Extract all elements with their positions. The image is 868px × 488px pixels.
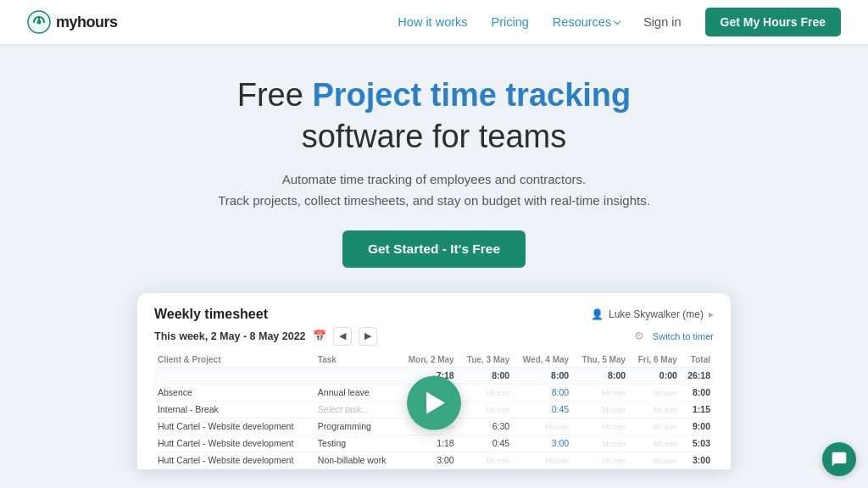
cell-client_project: Internal - Break: [154, 401, 314, 418]
col-task: Task: [314, 352, 398, 368]
logo-text: myhours: [56, 14, 118, 31]
col-thu: Thu, 5 May: [572, 352, 629, 368]
hero-title: Free Project time tracking: [17, 76, 851, 115]
logo-icon: [27, 10, 51, 34]
col-fri: Fri, 6 May: [629, 352, 681, 368]
cell-fri: hh:mm: [629, 384, 681, 401]
timesheet-user: 👤 Luke Skywalker (me) ▸: [591, 308, 714, 320]
cell-client_project: Hutt Cartel - Website development: [154, 418, 314, 435]
cell-client_project: Absence: [154, 384, 314, 401]
nav-resources-label: Resources: [553, 15, 611, 29]
user-chevron-icon: ▸: [709, 308, 714, 320]
nav-pricing[interactable]: Pricing: [492, 15, 529, 29]
col-mon: Mon, 2 May: [398, 352, 457, 368]
user-icon: 👤: [591, 308, 604, 320]
total-wed: 8:00: [513, 367, 572, 384]
calendar-icon[interactable]: 📅: [313, 330, 326, 342]
cell-tue: hh:mm: [458, 401, 514, 418]
timesheet-title: Weekly timesheet: [154, 307, 268, 322]
chevron-down-icon: [614, 18, 620, 25]
hero-title-colored: Project time tracking: [312, 77, 631, 113]
switch-to-timer-button[interactable]: Switch to timer: [653, 331, 714, 341]
chat-icon: [831, 451, 848, 468]
cell-fri: hh:mm: [629, 401, 681, 418]
timesheet-week-label: This week, 2 May - 8 May 2022: [154, 330, 306, 342]
cell-wed: hh:mm: [513, 418, 572, 435]
chat-bubble-button[interactable]: [822, 442, 856, 476]
nav-how-it-works[interactable]: How it works: [398, 15, 467, 29]
cell-wed: 3:00: [513, 435, 572, 452]
nav-signin[interactable]: Sign in: [643, 15, 681, 29]
prev-week-button[interactable]: ◀: [333, 327, 352, 346]
cell-fri: hh:mm: [629, 418, 681, 435]
cell-tue: 0:45: [458, 435, 514, 452]
col-total: Total: [681, 352, 714, 368]
hero-desc-line2: Track projects, collect timesheets, and …: [218, 193, 650, 208]
col-wed: Wed, 4 May: [513, 352, 572, 368]
nav-resources[interactable]: Resources: [553, 15, 620, 29]
cell-tue: hh:mm: [458, 452, 514, 469]
cell-tue: 6:30: [458, 418, 514, 435]
cell-wed: hh:mm: [513, 452, 572, 469]
cell-task: Annual leave: [314, 384, 398, 401]
navbar-nav: How it works Pricing Resources Sign in G…: [398, 8, 841, 36]
cell-mon: 3:00: [398, 452, 457, 469]
logo-link[interactable]: myhours: [27, 10, 118, 34]
play-button[interactable]: [407, 375, 461, 430]
total-fri: 0:00: [629, 367, 681, 384]
cell-fri: hh:mm: [629, 435, 681, 452]
cell-total: 5:03: [681, 435, 714, 452]
cell-thu: hh:mm: [572, 418, 629, 435]
cell-tue: hh:mm: [458, 384, 514, 401]
cell-thu: hh:mm: [572, 401, 629, 418]
play-triangle-icon: [426, 391, 445, 413]
cell-client_project: Hutt Cartel - Website development: [154, 452, 314, 469]
col-client-project: Client & Project: [154, 352, 314, 368]
timesheet-header: Weekly timesheet 👤 Luke Skywalker (me) ▸: [154, 307, 714, 322]
timesheet-user-label: Luke Skywalker (me): [609, 308, 704, 320]
gear-icon[interactable]: ⚙: [634, 330, 644, 342]
table-row: Hutt Cartel - Website developmentTesting…: [154, 435, 714, 452]
navbar-cta-button[interactable]: Get My Hours Free: [705, 8, 841, 36]
col-tue: Tue, 3 May: [458, 352, 514, 368]
total-thu: 8:00: [572, 367, 629, 384]
cell-total: 9:00: [681, 418, 714, 435]
hero-subtitle: software for teams: [17, 119, 851, 155]
cell-task: Testing: [314, 435, 398, 452]
cell-task: Non-billable work: [314, 452, 398, 469]
next-week-button[interactable]: ▶: [359, 327, 377, 346]
hero-desc: Automate time tracking of employees and …: [17, 169, 851, 212]
cell-wed: 0:45: [513, 401, 572, 418]
cell-total: 3:00: [681, 452, 714, 469]
cell-fri: hh:mm: [629, 452, 681, 469]
total-total: 26:18: [681, 367, 714, 384]
table-row: Hutt Cartel - Website developmentNon-bil…: [154, 452, 714, 469]
cell-mon: 1:18: [398, 435, 457, 452]
cell-total: 1:15: [681, 401, 714, 418]
hero-section: Free Project time tracking software for …: [0, 44, 868, 469]
cell-client_project: Hutt Cartel - Website development: [154, 435, 314, 452]
hero-title-plain: Free: [237, 77, 313, 113]
navbar: myhours How it works Pricing Resources S…: [0, 0, 868, 44]
cell-thu: hh:mm: [572, 435, 629, 452]
timesheet-week-row: This week, 2 May - 8 May 2022 📅 ◀ ▶ ⚙ Sw…: [154, 327, 714, 346]
cell-task: Select task...: [314, 401, 398, 418]
total-tue: 8:00: [458, 367, 514, 384]
cell-task: Programming: [314, 418, 398, 435]
timesheet-wrapper: Weekly timesheet 👤 Luke Skywalker (me) ▸…: [17, 293, 851, 469]
timesheet-card: Weekly timesheet 👤 Luke Skywalker (me) ▸…: [137, 293, 731, 469]
cell-thu: hh:mm: [572, 452, 629, 469]
cell-thu: hh:mm: [572, 384, 629, 401]
cell-wed: 8:00: [513, 384, 572, 401]
cell-total: 8:00: [681, 384, 714, 401]
hero-cta-button[interactable]: Get Started - It's Free: [342, 230, 526, 268]
hero-desc-line1: Automate time tracking of employees and …: [282, 172, 587, 186]
